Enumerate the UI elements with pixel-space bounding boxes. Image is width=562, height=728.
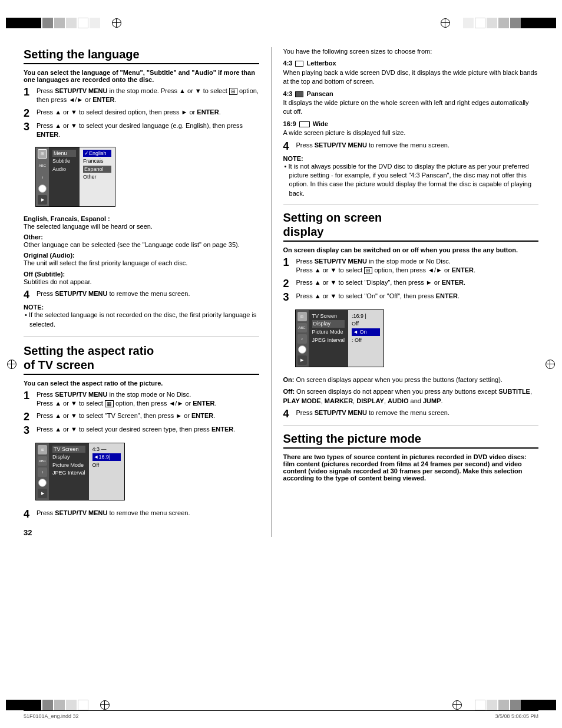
aspect-icon-1[interactable]: ⊞ — [38, 445, 47, 454]
aspect-menu-labels: TV Screen Display Picture Mode JPEG Inte… — [49, 443, 89, 500]
right-margin-circle — [546, 360, 555, 369]
onscreen-step-4: 4 Press SETUP/TV MENU to remove the menu… — [283, 409, 538, 419]
top-decorative-bar — [0, 18, 562, 28]
aspect-menu-icons: ⊞ ABC ♪ ▶ — [36, 443, 49, 500]
panscan-icon — [295, 91, 303, 97]
menu-icon-circle[interactable] — [38, 185, 47, 193]
file-info-left: 51F0101A_eng.indd 32 — [24, 713, 79, 719]
registration-mark-top-left — [112, 18, 121, 28]
language-step-1: 1 Press SETUP/TV MENU in the stop mode. … — [24, 87, 259, 105]
aspect-right-content: You have the following screen sizes to c… — [283, 47, 538, 198]
option-wide: 16:9 Wide A wide screen picture is displ… — [283, 120, 538, 138]
aspect-icon-4[interactable] — [38, 479, 47, 487]
onscreen-menu-values: :16:9 | Off ◄ On : Off — [348, 310, 384, 367]
onscreen-icon-4[interactable] — [298, 345, 306, 354]
aspect-step-2: 2 Press ▲ or ▼ to select "TV Screen", th… — [24, 411, 259, 422]
onscreen-step-3: 3 Press ▲ or ▼ to select "On" or "Off", … — [283, 292, 538, 302]
onscreen-step-1: 1 Press SETUP/TV MENU in the stop mode o… — [283, 257, 538, 275]
registration-mark-bottom-left — [100, 700, 110, 710]
onscreen-title: Setting on screendisplay — [283, 210, 538, 242]
language-note: NOTE: • If the selected language is not … — [24, 304, 259, 329]
onscreen-subtitle: On screen display can be switched on or … — [283, 246, 538, 253]
menu-col-labels: Menu Subtitle Audio — [49, 147, 80, 206]
aspect-intro: You have the following screen sizes to c… — [283, 47, 538, 56]
aspect-title: Setting the aspect ratioof TV screen — [24, 344, 259, 375]
left-margin-circle — [7, 360, 16, 369]
divider-aspect — [24, 336, 259, 337]
aspect-icon-3[interactable]: ♪ — [38, 467, 47, 477]
language-title: Setting the language — [24, 47, 259, 64]
section-language: Setting the language You can select the … — [24, 47, 259, 329]
aspect-right-step4: 4 Press SETUP/TV MENU to remove the menu… — [283, 141, 538, 151]
aspect-menu-content: TV Screen Display Picture Mode JPEG Inte… — [49, 443, 124, 500]
left-column: Setting the language You can select the … — [24, 47, 271, 537]
onscreen-icon-2[interactable]: ABC — [297, 323, 307, 332]
onscreen-off-desc: Off: On screen displays do not appear wh… — [283, 387, 538, 406]
language-subtitle: You can select the language of "Menu", "… — [24, 69, 259, 83]
wide-icon — [299, 121, 310, 127]
onscreen-on-desc: On: On screen displays appear when you p… — [283, 375, 538, 384]
onscreen-icon-1[interactable]: ⊞ — [297, 312, 307, 321]
language-english-label: English, Francais, Espanol : The selecte… — [24, 215, 259, 231]
menu-icon-subtitle[interactable]: ABC — [38, 161, 47, 170]
aspect-step-1: 1 Press SETUP/TV MENU in the stop mode o… — [24, 390, 259, 409]
onscreen-icon-5[interactable]: ▶ — [297, 355, 307, 365]
option-letterbox: 4:3 Letterbox When playing back a wide s… — [283, 59, 538, 86]
aspect-subtitle: You can select the aspect ratio of the p… — [24, 380, 259, 387]
language-off-label: Off (Subtitle): Subtitles do not appear. — [24, 271, 259, 286]
aspect-note: NOTE: • It is not always possible for th… — [283, 155, 538, 199]
section-aspect: Setting the aspect ratioof TV screen You… — [24, 344, 259, 519]
option-panscan: 4:3 Panscan It displays the wide picture… — [283, 90, 538, 117]
onscreen-menu-labels: TV Screen Display Picture Mode JPEG Inte… — [309, 310, 349, 367]
file-info-bar: 51F0101A_eng.indd 32 3/5/08 5:06:05 PM — [24, 710, 538, 719]
bottom-decorative-bar — [0, 700, 562, 710]
registration-mark-bottom-right — [452, 700, 462, 710]
divider-onscreen — [283, 204, 538, 205]
registration-mark-top-right — [441, 18, 450, 28]
onscreen-icon-3[interactable]: ♪ — [297, 334, 307, 344]
menu-icon-audio[interactable]: ♪ — [38, 173, 47, 182]
language-step-3: 3 Press ▲ or ▼ to select your desired la… — [24, 121, 259, 140]
page-number: 32 — [24, 528, 259, 537]
language-step-2: 2 Press ▲ or ▼ to select desired option,… — [24, 108, 259, 118]
section-onscreen: Setting on screendisplay On screen displ… — [283, 210, 538, 419]
picture-mode-subtitle: There are two types of source content in… — [283, 453, 538, 482]
onscreen-menu-screenshot: ⊞ ABC ♪ ▶ TV Screen Display Picture Mode — [295, 306, 538, 371]
language-menu-screenshot: ⊞ ABC ♪ ▶ Menu Subtitle Audio — [35, 143, 259, 210]
aspect-menu-values: 4:3 — ◄16:9| Off — [89, 443, 124, 500]
divider-picture — [283, 425, 538, 426]
menu-icon-misc[interactable]: ▶ — [38, 195, 47, 205]
main-content: Setting the language You can select the … — [24, 47, 538, 537]
picture-mode-title: Setting the picture mode — [283, 431, 538, 449]
section-picture-mode: Setting the picture mode There are two t… — [283, 431, 538, 482]
aspect-step-3: 3 Press ▲ or ▼ to select your desired sc… — [24, 425, 259, 436]
aspect-menu-screenshot: ⊞ ABC ♪ ▶ TV Screen Display Picture Mode — [35, 439, 259, 504]
aspect-icon-2[interactable]: ABC — [38, 456, 47, 466]
letterbox-icon — [295, 61, 303, 67]
file-info-right: 3/5/08 5:06:05 PM — [495, 713, 538, 719]
menu-icon-settings[interactable]: ⊞ — [38, 149, 47, 159]
aspect-step-4: 4 Press SETUP/TV MENU to remove the menu… — [24, 509, 259, 519]
menu-col-values: ✓English Francais Espanol Other — [80, 147, 115, 206]
onscreen-menu-icons: ⊞ ABC ♪ ▶ — [296, 310, 309, 367]
language-original-label: Original (Audio): The unit will select t… — [24, 252, 259, 268]
language-other-label: Other: Other language can be selected (s… — [24, 233, 259, 249]
right-column: You have the following screen sizes to c… — [271, 47, 538, 537]
page: Setting the language You can select the … — [0, 0, 562, 728]
language-step-4: 4 Press SETUP/TV MENU to remove the menu… — [24, 289, 259, 300]
onscreen-step-2: 2 Press ▲ or ▼ to select "Display", then… — [283, 278, 538, 289]
aspect-icon-5[interactable]: ▶ — [38, 489, 47, 498]
onscreen-menu-content: TV Screen Display Picture Mode JPEG Inte… — [309, 310, 384, 367]
